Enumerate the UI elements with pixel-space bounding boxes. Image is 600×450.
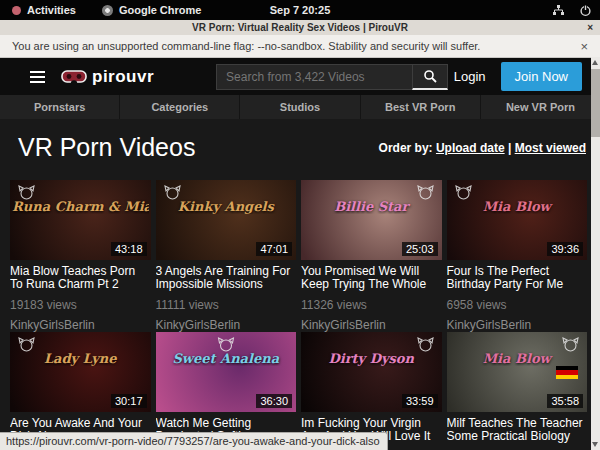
video-thumbnail[interactable]: Mia Blow 39:36: [447, 180, 588, 260]
search-bar: [216, 64, 448, 90]
nav-item-categories[interactable]: Categories: [119, 95, 239, 119]
studio-cat-logo-icon: [455, 185, 472, 200]
page-heading: VR Porn Videos Order by: Upload date | M…: [0, 119, 600, 162]
page-content: pirouvr Login Join Now Pornstars Categor…: [0, 58, 600, 450]
video-card[interactable]: Mia Blow 35:58 Milf Teaches The Teacher …: [447, 332, 588, 450]
video-card[interactable]: Mia Blow 39:36 Four Is The Perfect Birth…: [447, 180, 588, 332]
tab-close-icon[interactable]: ×: [587, 20, 593, 35]
thumbnail-overlay-text: Sweet Analena: [158, 351, 295, 366]
infobar-message: You are using an unsupported command-lin…: [12, 40, 480, 52]
thumbnail-overlay-text: Dirty Dyson: [303, 351, 440, 366]
video-duration-badge: 30:17: [111, 394, 147, 408]
nav-item-pornstars[interactable]: Pornstars: [0, 95, 119, 119]
site-header: pirouvr Login Join Now: [0, 58, 600, 95]
thumbnail-overlay-text: Lady Lyne: [12, 351, 149, 366]
thumbnail-overlay-text: Kinky Angels: [158, 199, 295, 214]
logo-text: pirouvr: [92, 67, 154, 87]
video-views: 6958 views: [447, 298, 588, 312]
network-icon[interactable]: [552, 4, 565, 17]
gnome-top-bar: Activities Google Chrome Sep 7 20:25: [0, 0, 600, 20]
browser-scrollbar[interactable]: [591, 57, 600, 450]
thumbnail-overlay-text: Mia Blow: [449, 199, 586, 214]
video-duration-badge: 39:36: [547, 242, 583, 256]
infobar-close-icon[interactable]: ×: [580, 39, 588, 54]
thumbnail-overlay-text: Mia Blow: [449, 351, 586, 366]
search-button[interactable]: [412, 64, 448, 90]
video-thumbnail[interactable]: Kinky Angels 47:01: [156, 180, 297, 260]
video-duration-badge: 33:59: [402, 394, 438, 408]
video-title-link[interactable]: Four Is The Perfect Birthday Party For M…: [447, 265, 588, 291]
video-thumbnail[interactable]: Billie Star 25:03: [301, 180, 442, 260]
studio-cat-logo-icon: [217, 337, 234, 352]
video-thumbnail[interactable]: Runa Charm & Mia Blow 43:18: [10, 180, 151, 260]
thumbnail-overlay-text: Runa Charm & Mia Blow: [12, 199, 149, 214]
video-studio-link[interactable]: KinkyGirlsBerlin: [447, 318, 588, 332]
order-by-label: Order by:: [379, 141, 433, 155]
video-duration-badge: 36:30: [256, 394, 292, 408]
studio-cat-logo-icon: [18, 337, 35, 352]
video-thumbnail[interactable]: Mia Blow 35:58: [447, 332, 588, 412]
join-now-button[interactable]: Join Now: [501, 62, 582, 91]
vr-headset-icon: [61, 69, 87, 85]
order-by-most-viewed-link[interactable]: Most viewed: [515, 141, 586, 155]
video-studio-link[interactable]: KinkyGirlsBerlin: [10, 318, 151, 332]
nav-item-best-vr[interactable]: Best VR Porn: [360, 95, 480, 119]
video-card[interactable]: Runa Charm & Mia Blow 43:18 Mia Blow Tea…: [10, 180, 151, 332]
clock[interactable]: Sep 7 20:25: [0, 4, 600, 16]
video-duration-badge: 43:18: [111, 242, 147, 256]
studio-cat-logo-icon: [562, 337, 579, 352]
video-title-link[interactable]: Mia Blow Teaches Porn To Runa Charm Pt 2: [10, 265, 151, 291]
studio-cat-logo-icon: [164, 185, 181, 200]
video-thumbnail[interactable]: Lady Lyne 30:17: [10, 332, 151, 412]
page-title: VR Porn Videos: [18, 133, 195, 162]
studio-cat-logo-icon: [18, 185, 35, 200]
site-nav: Pornstars Categories Studios Best VR Por…: [0, 95, 600, 119]
order-by: Order by: Upload date | Most viewed: [379, 141, 586, 155]
login-link[interactable]: Login: [454, 69, 486, 84]
site-logo[interactable]: pirouvr: [61, 67, 154, 87]
thumbnail-overlay-text: Billie Star: [303, 199, 440, 214]
video-thumbnail[interactable]: Dirty Dyson 33:59: [301, 332, 442, 412]
video-views: 19183 views: [10, 298, 151, 312]
video-studio-link[interactable]: KinkyGirlsBerlin: [156, 318, 297, 332]
video-title-link[interactable]: Milf Teaches The Teacher Some Practical …: [447, 417, 588, 443]
video-views: 11326 views: [301, 298, 442, 312]
browser-title-bar: VR Porn: Virtual Reality Sex Videos | Pi…: [0, 20, 600, 35]
order-by-separator: |: [505, 141, 515, 155]
video-title-link[interactable]: You Promised We Will Keep Trying The Who…: [301, 265, 442, 291]
video-card[interactable]: Billie Star 25:03 You Promised We Will K…: [301, 180, 442, 332]
video-views: 11111 views: [156, 298, 297, 312]
video-title-link[interactable]: 3 Angels Are Training For Impossible Mis…: [156, 265, 297, 291]
nav-item-studios[interactable]: Studios: [239, 95, 359, 119]
tab-title: VR Porn: Virtual Reality Sex Videos | Pi…: [192, 22, 408, 33]
german-flag-icon: [556, 366, 578, 379]
order-by-upload-date-link[interactable]: Upload date: [436, 141, 505, 155]
power-icon[interactable]: [579, 4, 592, 17]
nav-item-new-vr[interactable]: New VR Porn: [480, 95, 600, 119]
chrome-infobar: You are using an unsupported command-lin…: [0, 35, 600, 58]
video-duration-badge: 35:58: [547, 394, 583, 408]
status-url-tooltip: https://pirouvr.com/vr-porn-video/779325…: [0, 432, 388, 450]
search-icon: [423, 69, 437, 83]
search-input[interactable]: [216, 64, 412, 90]
studio-cat-logo-icon: [417, 185, 434, 200]
video-duration-badge: 47:01: [256, 242, 292, 256]
video-card[interactable]: Kinky Angels 47:01 3 Angels Are Training…: [156, 180, 297, 332]
video-thumbnail[interactable]: Sweet Analena 36:30: [156, 332, 297, 412]
scrollbar-thumb[interactable]: [591, 69, 600, 137]
video-duration-badge: 25:03: [402, 242, 438, 256]
video-studio-link[interactable]: KinkyGirlsBerlin: [301, 318, 442, 332]
video-grid: Runa Charm & Mia Blow 43:18 Mia Blow Tea…: [0, 180, 600, 450]
scroll-down-arrow-icon[interactable]: [592, 442, 598, 447]
studio-cat-logo-icon: [417, 337, 434, 352]
scroll-up-arrow-icon[interactable]: [592, 60, 598, 65]
hamburger-menu-icon[interactable]: [30, 71, 45, 83]
